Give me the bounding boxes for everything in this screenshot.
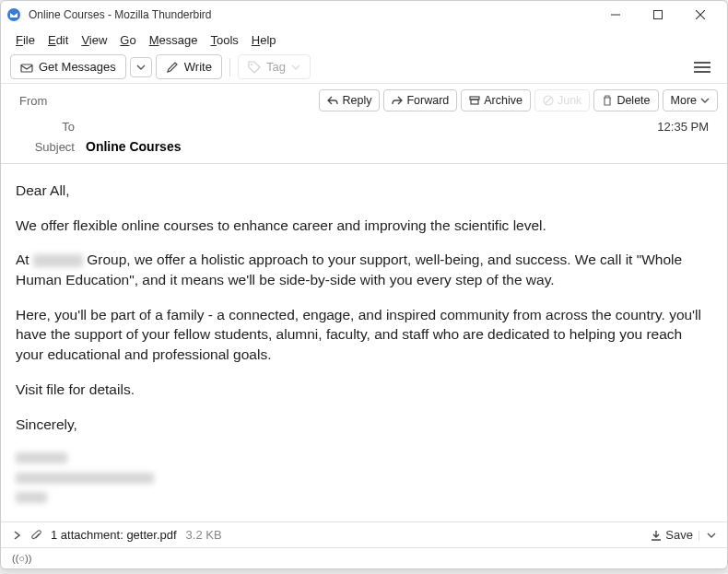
forward-icon: [392, 95, 403, 106]
maximize-button[interactable]: [637, 1, 679, 29]
write-button[interactable]: Write: [156, 54, 222, 79]
reply-button[interactable]: Reply: [319, 89, 380, 111]
redacted-text: [16, 492, 47, 503]
paperclip-icon: [30, 529, 43, 542]
body-p5: Visit file for details.: [16, 380, 712, 400]
close-button[interactable]: [679, 1, 722, 29]
menu-go[interactable]: Go: [114, 31, 141, 49]
titlebar: Online Courses - Mozilla Thunderbird: [1, 1, 727, 29]
menu-edit[interactable]: Edit: [42, 31, 74, 49]
menubar: File Edit View Go Message Tools Help: [1, 29, 727, 51]
redacted-text: [16, 473, 154, 484]
archive-button[interactable]: Archive: [461, 89, 531, 111]
menu-help[interactable]: Help: [246, 31, 282, 49]
get-messages-label: Get Messages: [39, 60, 116, 74]
pencil-icon: [166, 61, 179, 74]
attachment-label[interactable]: 1 attachment: getter.pdf: [51, 528, 177, 542]
save-label: Save: [665, 528, 693, 542]
forward-label: Forward: [406, 94, 449, 107]
connection-status-icon: ((○)): [12, 553, 31, 564]
get-messages-button[interactable]: Get Messages: [10, 54, 126, 79]
body-p2: We offer flexible online courses to enha…: [16, 216, 712, 236]
junk-button[interactable]: Junk: [534, 89, 590, 111]
chevron-down-icon: [291, 63, 300, 72]
svg-rect-2: [654, 11, 663, 19]
save-chevron[interactable]: [699, 531, 716, 540]
separator: [229, 58, 230, 76]
menu-view[interactable]: View: [76, 31, 112, 49]
forward-button[interactable]: Forward: [383, 89, 457, 111]
junk-label: Junk: [558, 94, 581, 107]
subject-value: Online Courses: [86, 139, 181, 154]
body-p6: Sincerely,: [16, 415, 712, 435]
junk-icon: [543, 95, 554, 106]
trash-icon: [602, 95, 613, 106]
reply-label: Reply: [342, 94, 371, 107]
archive-label: Archive: [484, 94, 523, 107]
tag-button: Tag: [238, 54, 311, 79]
attachment-bar: 1 attachment: getter.pdf 3.2 KB Save: [1, 521, 727, 547]
get-messages-chevron[interactable]: [130, 57, 152, 77]
hamburger-menu-button[interactable]: [687, 53, 718, 81]
more-button[interactable]: More: [663, 89, 718, 111]
main-window: Online Courses - Mozilla Thunderbird Fil…: [0, 0, 728, 569]
svg-rect-5: [21, 64, 32, 72]
svg-line-10: [546, 98, 551, 103]
from-label: From: [10, 94, 75, 108]
reply-icon: [327, 95, 338, 106]
download-icon: [20, 61, 33, 74]
svg-point-6: [251, 64, 252, 65]
svg-rect-8: [471, 100, 478, 104]
download-icon: [651, 530, 662, 541]
save-attachment-button[interactable]: Save: [651, 528, 693, 542]
to-row: To 12:35 PM: [1, 117, 727, 136]
archive-icon: [469, 95, 480, 106]
subject-label: Subject: [19, 140, 75, 154]
attachment-size: 3.2 KB: [186, 528, 222, 542]
write-label: Write: [184, 60, 212, 74]
status-bar: ((○)): [1, 547, 727, 568]
attachment-expand-chevron[interactable]: [12, 530, 23, 541]
more-label: More: [671, 94, 697, 107]
thunderbird-icon: [6, 7, 21, 22]
redacted-text: [16, 452, 67, 463]
chevron-down-icon: [700, 96, 710, 105]
message-body: Dear All, We offer flexible online cours…: [1, 168, 727, 521]
signature-block: [16, 449, 712, 509]
tag-icon: [248, 61, 261, 74]
message-time: 12:35 PM: [657, 120, 709, 134]
minimize-button[interactable]: [594, 1, 637, 29]
menu-file[interactable]: File: [10, 31, 41, 49]
menu-tools[interactable]: Tools: [205, 31, 243, 49]
subject-row: Subject Online Courses: [1, 136, 727, 164]
delete-label: Delete: [616, 94, 650, 107]
window-title: Online Courses - Mozilla Thunderbird: [29, 8, 212, 21]
to-label: To: [19, 120, 75, 134]
redacted-text: [33, 254, 83, 267]
menu-message[interactable]: Message: [144, 31, 204, 49]
message-header-toolbar: From Reply Forward Archive Junk Delete: [1, 84, 727, 117]
body-p1: Dear All,: [16, 181, 712, 201]
body-p3: At Group, we offer a holistic approach t…: [16, 250, 712, 289]
delete-button[interactable]: Delete: [593, 89, 658, 111]
tag-label: Tag: [266, 60, 286, 74]
main-toolbar: Get Messages Write Tag: [1, 51, 727, 84]
body-p4: Here, you'll be part of a family - a con…: [16, 305, 712, 365]
svg-point-0: [7, 8, 20, 21]
